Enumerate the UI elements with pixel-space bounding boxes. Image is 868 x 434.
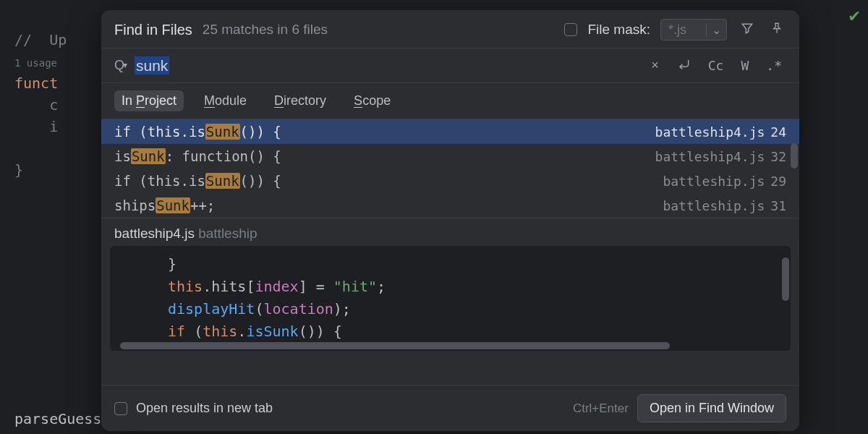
tab-directory[interactable]: Directory	[267, 90, 333, 111]
inspection-ok-icon: ✔	[848, 7, 861, 26]
find-in-files-dialog: Find in Files 25 matches in 6 files File…	[101, 10, 799, 431]
open-new-tab-label: Open results in new tab	[136, 401, 273, 416]
preview-scrollbar-vertical[interactable]	[782, 258, 789, 301]
search-input[interactable]: sunk	[135, 57, 638, 75]
scope-tabs: In Project Module Directory Scope	[101, 83, 799, 119]
shortcut-hint: Ctrl+Enter	[573, 401, 629, 416]
dialog-titlebar: Find in Files 25 matches in 6 files File…	[101, 10, 799, 48]
result-row[interactable]: isSunk: function() { battleship4.js32	[101, 144, 799, 169]
search-icon: Q▾	[114, 58, 126, 73]
preview-pane[interactable]: } this.hits[index] = "hit"; displayHit(l…	[110, 246, 791, 351]
result-row[interactable]: if (this.isSunk()) { battleship4.js24	[101, 119, 799, 144]
results-list: if (this.isSunk()) { battleship4.js24 is…	[101, 119, 799, 218]
open-in-find-window-button[interactable]: Open in Find Window	[637, 394, 786, 422]
dialog-title: Find in Files	[114, 22, 192, 38]
file-mask-combo[interactable]: ⌄	[660, 19, 727, 41]
search-row: Q▾ sunk × Cc W .*	[101, 48, 799, 83]
file-mask-checkbox[interactable]	[564, 23, 577, 36]
clear-search-icon[interactable]: ×	[647, 56, 663, 75]
pin-icon[interactable]	[767, 22, 786, 38]
results-scrollbar[interactable]	[791, 143, 798, 169]
tab-scope[interactable]: Scope	[346, 90, 398, 111]
preview-header: battleship4.js battleship	[101, 218, 799, 246]
regex-toggle[interactable]: .*	[762, 56, 786, 75]
dialog-footer: Open results in new tab Ctrl+Enter Open …	[101, 385, 799, 431]
open-new-tab-checkbox[interactable]	[114, 402, 127, 415]
result-row[interactable]: shipsSunk++; battleship.js31	[101, 193, 799, 218]
file-mask-input[interactable]	[661, 22, 706, 38]
whole-words-toggle[interactable]: W	[736, 56, 753, 75]
result-row[interactable]: if (this.isSunk()) { battleship.js29	[101, 169, 799, 193]
search-history-icon[interactable]	[672, 56, 695, 75]
chevron-down-icon[interactable]: ⌄	[706, 23, 726, 37]
filter-icon[interactable]	[737, 21, 757, 39]
preview-scrollbar-horizontal[interactable]	[120, 342, 670, 349]
match-stats: 25 matches in 6 files	[203, 22, 328, 38]
tab-module[interactable]: Module	[197, 90, 254, 111]
tab-in-project[interactable]: In Project	[114, 90, 184, 111]
file-mask-label: File mask:	[587, 22, 650, 38]
match-case-toggle[interactable]: Cc	[704, 56, 728, 75]
